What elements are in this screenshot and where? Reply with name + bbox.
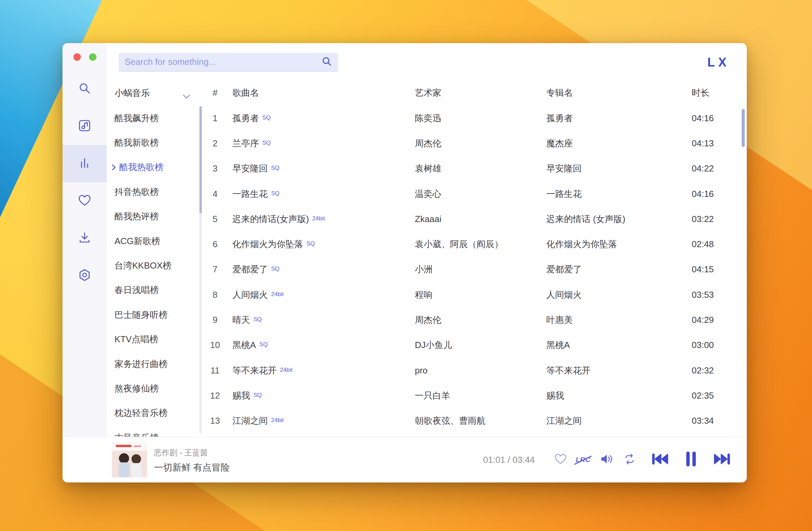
song-name-cell: 等不来花开24bit <box>225 365 415 377</box>
board-item[interactable]: ACG新歌榜 <box>107 229 200 253</box>
table-row[interactable]: 4 一路生花SQ 温奕心 一路生花 04:16 <box>205 181 740 206</box>
table-row[interactable]: 10 黑桃ASQ DJ小鱼儿 黑桃A 03:00 <box>205 333 740 358</box>
board-item[interactable]: 古风音乐榜 <box>107 425 200 437</box>
search-submit-button[interactable] <box>316 53 338 71</box>
album-art[interactable] <box>112 442 147 477</box>
boards-scrollbar-thumb[interactable] <box>200 106 202 213</box>
song-duration: 02:32 <box>692 365 740 376</box>
board-item[interactable]: 抖音热歌榜 <box>107 180 200 204</box>
previous-track-button[interactable] <box>652 452 669 468</box>
table-row[interactable]: 3 早安隆回SQ 袁树雄 早安隆回 04:22 <box>205 156 740 181</box>
song-table-body: 1 孤勇者SQ 陈奕迅 孤勇者 04:16 2 兰亭序SQ 周杰伦 魔杰座 04… <box>205 106 740 433</box>
table-scrollbar-thumb[interactable] <box>742 109 745 147</box>
chevron-right-icon <box>112 164 116 171</box>
table-row[interactable]: 13 江湖之间24bit 朝歌夜弦、曹雨航 江湖之间 03:34 <box>205 409 740 433</box>
song-name-cell: 早安隆回SQ <box>225 163 415 175</box>
search-icon <box>77 81 92 97</box>
board-item[interactable]: 酷我热歌榜 <box>107 155 200 180</box>
board-item[interactable]: KTV点唱榜 <box>107 327 200 352</box>
table-row[interactable]: 1 孤勇者SQ 陈奕迅 孤勇者 04:16 <box>205 106 740 131</box>
song-name: 兰亭序 <box>232 138 259 148</box>
board-item[interactable]: 台湾KKBOX榜 <box>107 253 200 278</box>
search-icon <box>321 56 332 68</box>
play-mode-button[interactable] <box>623 453 636 467</box>
song-album: 一路生花 <box>546 188 692 200</box>
download-icon <box>77 231 92 246</box>
song-artist: 小洲 <box>415 264 546 275</box>
window-controls <box>73 53 97 61</box>
sidebar-item-settings[interactable] <box>62 257 107 294</box>
heart-icon <box>77 193 92 209</box>
board-label: 台湾KKBOX榜 <box>115 260 172 271</box>
song-album: 早安隆回 <box>546 163 692 175</box>
song-album: 江湖之间 <box>546 415 692 427</box>
settings-icon <box>77 268 92 283</box>
source-selector-label: 小蜗音乐 <box>115 87 150 99</box>
song-index: 10 <box>205 340 225 350</box>
board-item[interactable]: 酷我热评榜 <box>107 204 200 229</box>
source-selector[interactable]: 小蜗音乐 <box>107 80 200 106</box>
board-label: KTV点唱榜 <box>115 334 158 345</box>
song-index: 12 <box>205 390 225 401</box>
song-artist: 陈奕迅 <box>415 113 546 124</box>
table-row[interactable]: 5 迟来的情话(女声版)24bit Zkaaai 迟来的情话 (女声版) 03:… <box>205 206 740 232</box>
board-item[interactable]: 巴士随身听榜 <box>107 303 200 327</box>
boards-scrollbar[interactable] <box>200 106 202 433</box>
sidebar-item-favorites[interactable] <box>62 182 107 220</box>
quality-badge: 24bit <box>280 367 292 373</box>
favorite-button[interactable] <box>554 454 567 466</box>
song-artist: 周杰伦 <box>415 314 546 326</box>
table-row[interactable]: 7 爱都爱了SQ 小洲 爱都爱了 04:15 <box>205 257 740 282</box>
board-item[interactable]: 熬夜修仙榜 <box>107 376 200 401</box>
board-item[interactable]: 春日浅唱榜 <box>107 278 200 303</box>
skip-next-icon <box>713 452 730 468</box>
song-album: 爱都爱了 <box>546 264 692 275</box>
song-index: 3 <box>205 163 225 174</box>
board-item[interactable]: 酷我新歌榜 <box>107 130 200 155</box>
song-duration: 04:16 <box>692 189 740 199</box>
pause-button[interactable] <box>685 451 697 469</box>
table-row[interactable]: 2 兰亭序SQ 周杰伦 魔杰座 04:13 <box>205 131 740 156</box>
song-duration: 04:16 <box>692 113 740 123</box>
song-name: 赐我 <box>232 390 250 401</box>
song-name: 爱都爱了 <box>232 264 268 274</box>
desktop-lyric-toggle[interactable]: LRC <box>575 455 591 464</box>
sidebar-item-search[interactable] <box>62 70 107 108</box>
song-artist: 袁树雄 <box>415 163 546 175</box>
song-album: 等不来花开 <box>546 365 692 377</box>
board-label: ACG新歌榜 <box>115 235 160 247</box>
sidebar-item-leaderboard[interactable] <box>62 145 107 182</box>
sidebar-item-download[interactable] <box>62 220 107 257</box>
desktop-wallpaper: LX 小蜗音乐 酷我飙升榜 酷我新歌榜 酷我热歌榜 抖音热歌榜 <box>0 0 812 531</box>
song-name-cell: 化作烟火为你坠落SQ <box>225 238 415 250</box>
board-item[interactable]: 家务进行曲榜 <box>107 352 200 376</box>
boards-list: 酷我飙升榜 酷我新歌榜 酷我热歌榜 抖音热歌榜 酷我热评榜 ACG新歌榜 台湾K… <box>107 106 200 437</box>
song-index: 4 <box>205 189 225 199</box>
song-name: 晴天 <box>232 315 250 325</box>
next-track-button[interactable] <box>713 452 730 468</box>
volume-button[interactable] <box>600 453 613 466</box>
song-name-cell: 爱都爱了SQ <box>225 264 415 275</box>
song-album: 人间烟火 <box>546 289 692 301</box>
pause-icon <box>685 451 697 469</box>
board-item[interactable]: 枕边轻音乐榜 <box>107 401 200 425</box>
table-row[interactable]: 12 赐我SQ 一只白羊 赐我 02:35 <box>205 383 740 408</box>
song-index: 6 <box>205 239 225 250</box>
sidebar-item-playlist[interactable] <box>62 108 107 145</box>
lrc-off-icon: LRC <box>575 455 591 464</box>
song-artist: DJ小鱼儿 <box>415 339 546 351</box>
board-label: 酷我热评榜 <box>115 210 159 222</box>
table-row[interactable]: 9 晴天SQ 周杰伦 叶惠美 04:29 <box>205 307 740 333</box>
zoom-window-button[interactable] <box>89 53 97 61</box>
now-playing-title: 恶作剧 - 王蓝茵 <box>154 447 207 458</box>
table-row[interactable]: 8 人间烟火24bit 程响 人间烟火 03:53 <box>205 282 740 307</box>
table-row[interactable]: 6 化作烟火为你坠落SQ 袁小葳、阿辰（阎辰） 化作烟火为你坠落 02:48 <box>205 232 740 257</box>
close-window-button[interactable] <box>73 53 81 61</box>
board-item[interactable]: 酷我飙升榜 <box>107 106 200 130</box>
song-name: 化作烟火为你坠落 <box>232 239 303 249</box>
song-duration: 04:15 <box>692 264 740 275</box>
skip-previous-icon <box>652 452 669 468</box>
table-row[interactable]: 11 等不来花开24bit pro 等不来花开 02:32 <box>205 358 740 383</box>
song-duration: 03:53 <box>692 290 740 300</box>
song-artist: 温奕心 <box>415 188 546 200</box>
